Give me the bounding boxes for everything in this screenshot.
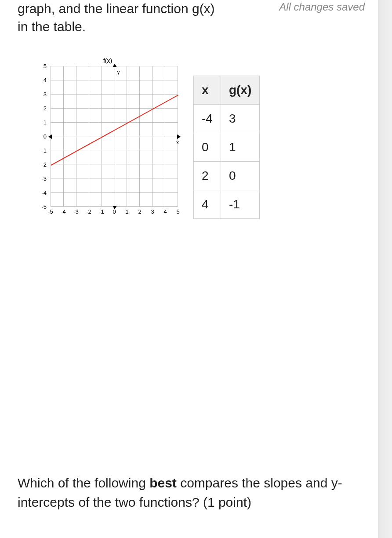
content-row: f(x) y x -5-4-3-2-1012345 -5-4-3-2-10123… <box>35 60 365 219</box>
question-bold: best <box>149 476 177 490</box>
save-status: All changes saved <box>279 0 365 13</box>
question-part1: Which of the following <box>18 476 149 490</box>
x-tick: -4 <box>61 208 66 215</box>
chart-title: f(x) <box>103 57 112 64</box>
arrow-right-icon <box>177 134 181 139</box>
y-tick: 3 <box>44 91 47 98</box>
table-row: 4-1 <box>194 190 260 219</box>
y-tick: 2 <box>44 105 47 112</box>
table-row: -43 <box>194 105 260 133</box>
comparison-question: Which of the following best compares the… <box>18 473 352 512</box>
y-tick: -1 <box>41 147 47 154</box>
y-tick-labels: -5-4-3-2-1012345 <box>35 66 48 207</box>
y-tick: -4 <box>41 189 47 196</box>
header-row: graph, and the linear function g(x) in t… <box>18 0 365 36</box>
x-tick: -2 <box>86 208 91 215</box>
x-tick: -3 <box>73 208 79 215</box>
arrow-up-icon <box>113 64 117 67</box>
cell-x: 2 <box>194 162 221 190</box>
x-axis-label: x <box>176 139 179 145</box>
y-axis-label: y <box>117 69 120 75</box>
x-tick: 3 <box>151 208 154 215</box>
cell-x: 0 <box>194 133 221 162</box>
x-tick: -1 <box>99 208 104 215</box>
arrow-left-icon <box>48 134 52 139</box>
x-tick: 1 <box>125 208 128 215</box>
y-tick: 0 <box>44 133 47 140</box>
table-row: 20 <box>194 162 260 190</box>
question-intro: graph, and the linear function g(x) in t… <box>18 0 274 36</box>
y-tick: 5 <box>44 63 47 69</box>
y-tick: -5 <box>41 204 47 210</box>
x-tick: 2 <box>138 208 141 215</box>
cell-gx: 1 <box>221 133 259 162</box>
cell-x: -4 <box>194 105 221 133</box>
y-tick: -3 <box>41 175 47 182</box>
y-axis-line <box>115 66 116 207</box>
cell-x: 4 <box>194 190 221 219</box>
cell-gx: -1 <box>221 190 259 219</box>
x-tick: 0 <box>113 208 116 215</box>
table-header-x: x <box>194 76 221 105</box>
y-tick: 1 <box>44 119 47 126</box>
cell-gx: 0 <box>221 162 259 190</box>
table-header-gx: g(x) <box>221 76 259 105</box>
y-tick: -2 <box>41 161 47 168</box>
table-row: 01 <box>194 133 260 162</box>
gx-table: x g(x) -4301204-1 <box>193 76 260 219</box>
y-tick: 4 <box>44 77 47 84</box>
x-tick: -5 <box>48 208 53 215</box>
page-body: graph, and the linear function g(x) in t… <box>0 0 378 538</box>
page-right-edge <box>378 0 392 538</box>
question-line1: graph, and the linear function g(x) <box>18 1 215 16</box>
cell-gx: 3 <box>221 105 259 133</box>
function-graph: f(x) y x -5-4-3-2-1012345 -5-4-3-2-10123… <box>35 60 180 218</box>
table-header-row: x g(x) <box>194 76 260 105</box>
x-tick: 5 <box>176 208 179 215</box>
x-tick: 4 <box>163 208 167 215</box>
question-line2: in the table. <box>18 19 86 34</box>
chart-grid: y x <box>51 66 178 207</box>
x-tick-labels: -5-4-3-2-1012345 <box>51 207 178 216</box>
